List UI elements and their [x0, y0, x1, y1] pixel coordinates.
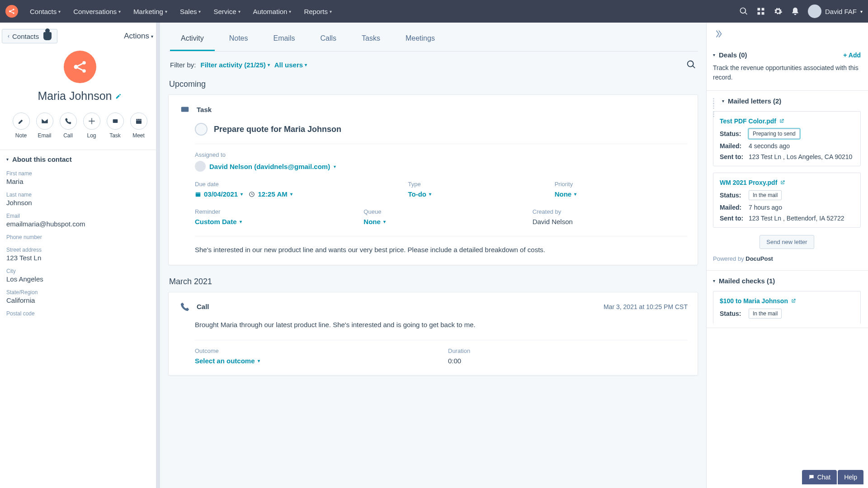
nav-right: David FAF ▾ — [739, 5, 863, 18]
expand-sidebar-icon[interactable] — [714, 29, 724, 39]
tab-tasks[interactable]: Tasks — [351, 26, 391, 51]
actions-menu[interactable]: Actions ▾ — [124, 32, 153, 41]
chevron-down-icon: ▾ — [860, 9, 863, 14]
nav-sales[interactable]: Sales▾ — [175, 5, 207, 18]
created-by-cell: Created by David Nelson — [533, 208, 688, 226]
check-link[interactable]: $100 to Maria Johnson — [720, 297, 796, 305]
chevron-down-icon: ▾ — [330, 9, 332, 14]
deals-toggle[interactable]: ▾ Deals (0) — [713, 51, 747, 59]
search-icon[interactable] — [739, 7, 748, 16]
nav-reports[interactable]: Reports▾ — [298, 5, 337, 18]
duration-value: 0:00 — [448, 357, 461, 365]
call-timestamp: Mar 3, 2021 at 10:25 PM CST — [604, 303, 688, 310]
outcome-cell: Outcome Select an outcome▾ — [195, 347, 434, 365]
field-first-name[interactable]: First nameMaria — [6, 170, 153, 185]
field-email[interactable]: Emailemailmaria@hubspot.com — [6, 213, 153, 228]
quick-actions: Note Email Call Log Task Meet — [0, 113, 160, 139]
qa-meet[interactable]: Meet — [130, 113, 147, 139]
task-icon — [179, 103, 191, 116]
letter-link[interactable]: Test PDF Color.pdf — [720, 117, 784, 125]
chevron-down-icon: ▾ — [58, 9, 61, 14]
marketplace-icon[interactable] — [756, 7, 765, 16]
chevron-left-icon: ‹ — [8, 33, 9, 39]
settings-icon[interactable] — [774, 7, 783, 16]
qa-note[interactable]: Note — [13, 113, 30, 139]
calendar-icon — [195, 191, 201, 197]
filter-activity-dropdown[interactable]: Filter activity (21/25)▾ — [201, 61, 270, 69]
external-link-icon — [779, 118, 784, 124]
deals-body: Track the revenue opportunities associat… — [713, 63, 861, 82]
chevron-down-icon: ▾ — [429, 192, 431, 197]
qa-call[interactable]: Call — [60, 113, 77, 139]
letter-item: WM 2021 Proxy.pdf Status:In the mail Mai… — [713, 173, 861, 228]
send-new-letter-button[interactable]: Send new letter — [760, 235, 814, 249]
letter-link[interactable]: WM 2021 Proxy.pdf — [720, 179, 785, 186]
tab-emails[interactable]: Emails — [262, 26, 306, 51]
outcome-dropdown[interactable]: Select an outcome▾ — [195, 357, 260, 365]
call-card: Call Mar 3, 2021 at 10:25 PM CST Brought… — [168, 292, 698, 375]
user-menu[interactable]: David FAF ▾ — [808, 5, 863, 18]
back-to-contacts[interactable]: ‹ Contacts — [2, 29, 57, 43]
field-postal[interactable]: Postal code — [6, 310, 153, 317]
nav-conversations[interactable]: Conversations▾ — [68, 5, 126, 18]
letters-toggle[interactable]: ▾ Mailed letters (2) — [713, 97, 781, 105]
search-icon[interactable] — [686, 60, 696, 70]
call-body: Brought Maria through our latest product… — [195, 319, 688, 330]
svg-rect-6 — [113, 119, 118, 123]
filter-label: Filter by: — [170, 61, 196, 69]
top-nav: Contacts▾ Conversations▾ Marketing▾ Sale… — [0, 0, 868, 23]
nav-contacts[interactable]: Contacts▾ — [24, 5, 66, 18]
nav-service[interactable]: Service▾ — [208, 5, 245, 18]
filter-users-dropdown[interactable]: All users▾ — [274, 61, 307, 69]
task-type-dropdown[interactable]: To-do▾ — [408, 190, 431, 198]
qa-email[interactable]: Email — [36, 113, 53, 139]
tab-calls[interactable]: Calls — [309, 26, 347, 51]
tab-activity[interactable]: Activity — [170, 26, 215, 51]
nav-left: Contacts▾ Conversations▾ Marketing▾ Sale… — [5, 5, 337, 18]
powered-by: Powered by DocuPost — [713, 255, 861, 262]
svg-rect-9 — [196, 192, 201, 196]
task-description: She's interested in our new product line… — [195, 236, 688, 255]
checks-toggle[interactable]: ▾ Mailed checks (1) — [713, 277, 775, 285]
assignee-dropdown[interactable]: David Nelson (davidnels@gmail.com) ▾ — [195, 161, 688, 172]
activity-tabs: Activity Notes Emails Calls Tasks Meetin… — [168, 26, 698, 52]
created-by-value: David Nelson — [533, 218, 573, 225]
tab-meetings[interactable]: Meetings — [395, 26, 446, 51]
nav-automation[interactable]: Automation▾ — [248, 5, 297, 18]
queue-dropdown[interactable]: None▾ — [363, 218, 386, 225]
due-date-cell: Due date 03/04/2021▾ 12:25 AM▾ — [195, 181, 394, 199]
chevron-down-icon: ▾ — [238, 9, 241, 14]
qa-task[interactable]: Task — [107, 113, 124, 139]
field-phone[interactable]: Phone number — [6, 234, 153, 240]
month-heading: March 2021 — [169, 277, 697, 286]
tab-notes[interactable]: Notes — [218, 26, 259, 51]
svg-rect-8 — [181, 107, 189, 112]
about-section-toggle[interactable]: ▾ About this contact — [0, 150, 160, 169]
priority-dropdown[interactable]: None▾ — [555, 190, 577, 198]
field-last-name[interactable]: Last nameJohnson — [6, 192, 153, 206]
reminder-dropdown[interactable]: Custom Date▾ — [195, 218, 242, 225]
chevron-down-icon: ▾ — [383, 219, 386, 224]
edit-name-icon[interactable] — [115, 93, 122, 99]
chevron-down-icon: ▾ — [713, 278, 715, 283]
notifications-icon[interactable] — [791, 7, 800, 16]
qa-log[interactable]: Log — [83, 113, 100, 139]
task-complete-checkbox[interactable] — [195, 123, 208, 136]
nav-marketing[interactable]: Marketing▾ — [128, 5, 173, 18]
clock-icon — [249, 191, 255, 197]
field-state[interactable]: State/RegionCalifornia — [6, 289, 153, 304]
field-street[interactable]: Street address123 Test Ln — [6, 247, 153, 262]
chat-widget[interactable]: Chat — [802, 470, 837, 484]
assigned-to-label: Assigned to — [195, 151, 688, 158]
drag-handle-icon[interactable] — [713, 98, 717, 104]
due-time-picker[interactable]: 12:25 AM▾ — [249, 190, 292, 198]
svg-rect-7 — [136, 119, 142, 124]
due-date-picker[interactable]: 03/04/2021▾ — [195, 190, 243, 198]
help-widget[interactable]: Help — [838, 470, 863, 484]
task-title: Prepare quote for Maria Johnson — [214, 125, 341, 134]
add-deal-button[interactable]: + Add — [843, 52, 861, 59]
chevron-down-icon: ▾ — [289, 9, 291, 14]
hubspot-logo[interactable] — [5, 5, 18, 18]
field-city[interactable]: CityLos Angeles — [6, 268, 153, 283]
upcoming-heading: Upcoming — [169, 80, 697, 89]
